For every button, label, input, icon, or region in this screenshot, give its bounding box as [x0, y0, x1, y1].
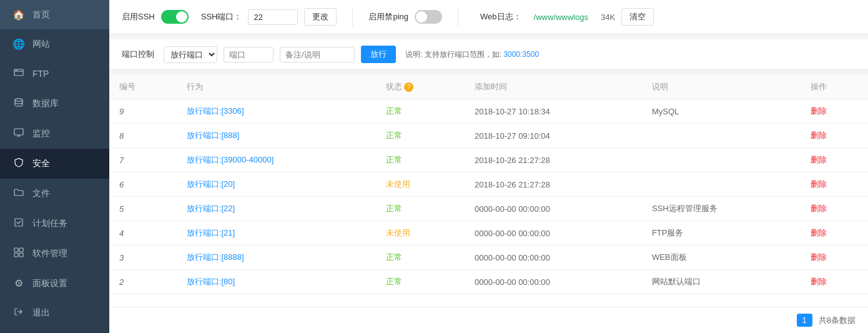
- cell-time: 2018-10-27 09:10:04: [465, 124, 642, 148]
- table-row: 9 放行端口:[3306] 正常 2018-10-27 10:18:34 MyS…: [109, 99, 868, 124]
- sidebar-item-software[interactable]: 软件管理: [0, 239, 109, 269]
- table-wrap: 编号 行为 状态 ? 添加时间 说明 操作 9 放行端口:[3306] 正常 2…: [109, 75, 868, 307]
- sidebar-item-security[interactable]: 安全: [0, 149, 109, 179]
- svg-rect-7: [19, 248, 23, 252]
- status-help-icon[interactable]: ?: [404, 82, 413, 92]
- remark-input[interactable]: [280, 47, 355, 62]
- cell-behavior: 放行端口:[22]: [177, 197, 376, 221]
- cell-status: 未使用: [376, 172, 465, 197]
- cell-time: 2018-10-26 21:27:28: [465, 172, 642, 197]
- cell-id: 6: [109, 172, 177, 197]
- run-button[interactable]: 放行: [361, 46, 396, 63]
- table-row: 6 放行端口:[20] 未使用 2018-10-26 21:27:28 删除: [109, 172, 868, 197]
- cell-id: 5: [109, 197, 177, 221]
- hint-text: 说明: 支持放行端口范围，如: 3000:3500: [405, 49, 539, 60]
- cell-behavior: 放行端口:[8888]: [177, 246, 376, 270]
- svg-rect-5: [15, 219, 22, 226]
- divider-2: [458, 7, 458, 26]
- shield-icon: [12, 157, 25, 170]
- ssh-label: 启用SSH: [122, 11, 155, 22]
- sidebar-item-monitor[interactable]: 监控: [0, 119, 109, 149]
- cell-status: 未使用: [376, 221, 465, 246]
- delete-button[interactable]: 删除: [801, 148, 868, 172]
- cell-time: 0000-00-00 00:00:00: [465, 221, 642, 246]
- sidebar-item-task[interactable]: 计划任务: [0, 209, 109, 239]
- port-type-select-wrap: 放行端口 禁止端口: [164, 46, 217, 63]
- delete-button[interactable]: 删除: [801, 246, 868, 270]
- sidebar-item-label: 计划任务: [32, 218, 67, 229]
- sidebar-item-label: 软件管理: [32, 248, 67, 259]
- ssh-toggle[interactable]: [161, 10, 189, 24]
- cell-note: FTP服务: [642, 221, 801, 246]
- weblog-size: 34K: [601, 12, 615, 22]
- col-note: 说明: [642, 75, 801, 99]
- sidebar-item-label: 网站: [32, 39, 50, 50]
- sidebar-item-database[interactable]: 数据库: [0, 89, 109, 119]
- table-row: 2 放行端口:[80] 正常 0000-00-00 00:00:00 网站默认端…: [109, 270, 868, 294]
- weblog-label: Web日志：: [480, 11, 521, 22]
- cell-behavior: 放行端口:[39000-40000]: [177, 148, 376, 172]
- col-time: 添加时间: [465, 75, 642, 99]
- col-behavior: 行为: [177, 75, 376, 99]
- svg-rect-8: [14, 253, 18, 257]
- cell-time: 0000-00-00 00:00:00: [465, 270, 642, 294]
- ping-label: 启用禁ping: [368, 11, 408, 22]
- cell-status: 正常: [376, 148, 465, 172]
- delete-button[interactable]: 删除: [801, 270, 868, 294]
- svg-rect-9: [19, 253, 23, 257]
- cell-id: 7: [109, 148, 177, 172]
- delete-button[interactable]: 删除: [801, 221, 868, 246]
- sidebar-item-website[interactable]: 🌐 网站: [0, 29, 109, 59]
- main-content: 启用SSH SSH端口： 更改 启用禁ping Web日志： /www/wwwl…: [109, 0, 868, 333]
- port-type-select[interactable]: 放行端口 禁止端口: [164, 47, 217, 62]
- delete-button[interactable]: 删除: [801, 99, 868, 124]
- sidebar-item-label: 监控: [32, 128, 50, 139]
- weblog-path[interactable]: /www/wwwlogs: [534, 12, 588, 22]
- sidebar-item-label: 面板设置: [32, 278, 67, 289]
- cell-behavior: 放行端口:[3306]: [177, 99, 376, 124]
- page-1-button[interactable]: 1: [797, 314, 812, 327]
- ssh-section: 启用SSH: [122, 10, 189, 24]
- port-control-bar: 端口控制 放行端口 禁止端口 放行 说明: 支持放行端口范围，如: 3000:3…: [109, 39, 868, 70]
- home-icon: 🏠: [12, 9, 25, 21]
- sidebar-item-label: 文件: [32, 188, 50, 199]
- cell-note: [642, 124, 801, 148]
- ssh-port-label: SSH端口：: [201, 11, 242, 22]
- col-status: 状态 ?: [376, 75, 465, 99]
- delete-button[interactable]: 删除: [801, 172, 868, 197]
- sidebar-item-ftp[interactable]: FTP: [0, 59, 109, 89]
- table-row: 4 放行端口:[21] 未使用 0000-00-00 00:00:00 FTP服…: [109, 221, 868, 246]
- weblog-clear-button[interactable]: 清空: [621, 8, 654, 26]
- ping-toggle[interactable]: [415, 10, 442, 24]
- divider-1: [352, 7, 353, 26]
- cell-status: 正常: [376, 124, 465, 148]
- cell-note: 网站默认端口: [642, 270, 801, 294]
- sidebar-item-settings[interactable]: ⚙ 面板设置: [0, 269, 109, 298]
- table-row: 5 放行端口:[22] 正常 0000-00-00 00:00:00 SSH远程…: [109, 197, 868, 221]
- ssh-port-input[interactable]: [248, 9, 298, 25]
- weblog-section: Web日志： /www/wwwlogs 34K 清空: [474, 8, 654, 26]
- sidebar-item-files[interactable]: 文件: [0, 179, 109, 209]
- control-label: 端口控制: [122, 49, 154, 60]
- svg-point-2: [17, 70, 18, 71]
- delete-button[interactable]: 删除: [801, 124, 868, 148]
- table-row: 7 放行端口:[39000-40000] 正常 2018-10-26 21:27…: [109, 148, 868, 172]
- cell-id: 3: [109, 246, 177, 270]
- sidebar-item-label: 首页: [32, 9, 50, 21]
- logout-icon: [12, 307, 25, 319]
- delete-button[interactable]: 删除: [801, 197, 868, 221]
- table-row: 3 放行端口:[8888] 正常 0000-00-00 00:00:00 WEB…: [109, 246, 868, 270]
- cell-note: [642, 148, 801, 172]
- cell-time: 0000-00-00 00:00:00: [465, 197, 642, 221]
- port-table: 编号 行为 状态 ? 添加时间 说明 操作 9 放行端口:[3306] 正常 2…: [109, 75, 868, 294]
- sidebar-item-logout[interactable]: 退出: [0, 298, 109, 328]
- ssh-change-button[interactable]: 更改: [304, 8, 337, 26]
- port-input[interactable]: [224, 47, 274, 62]
- cell-behavior: 放行端口:[80]: [177, 270, 376, 294]
- add-button[interactable]: +: [0, 328, 109, 333]
- cell-time: 2018-10-26 21:27:28: [465, 148, 642, 172]
- cell-status: 正常: [376, 99, 465, 124]
- software-icon: [12, 247, 25, 260]
- sidebar-item-home[interactable]: 🏠 首页: [0, 0, 109, 29]
- svg-point-1: [16, 70, 17, 71]
